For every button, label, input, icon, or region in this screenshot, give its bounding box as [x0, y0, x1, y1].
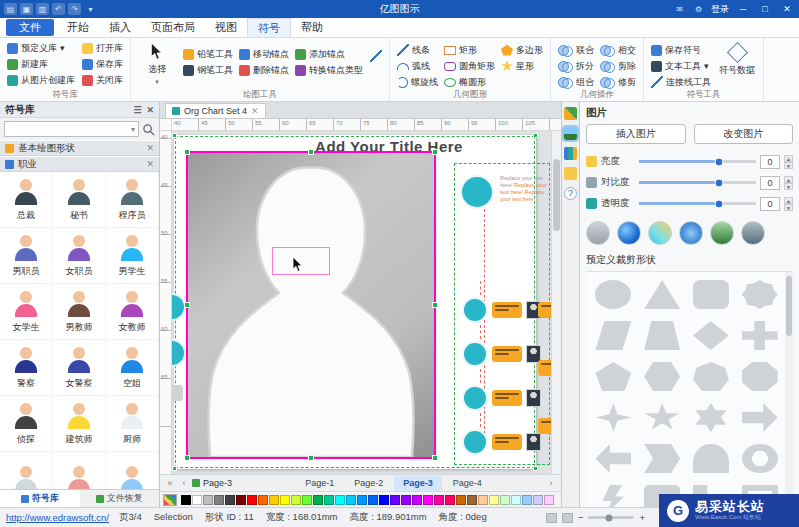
org-circle[interactable]: [462, 341, 488, 367]
trapezoid-crop-shape[interactable]: [644, 321, 680, 350]
color-swatch[interactable]: [313, 495, 323, 505]
panel-close-icon[interactable]: ✕: [146, 105, 154, 115]
org-unit[interactable]: [462, 383, 541, 413]
parallelogram-crop-shape[interactable]: [595, 321, 631, 350]
chevron-crop-shape[interactable]: [644, 444, 680, 473]
profession-item[interactable]: 男教师: [53, 284, 106, 340]
color-swatch[interactable]: [522, 495, 532, 505]
lightning-crop-shape[interactable]: [595, 485, 631, 507]
gallery-scrollbar[interactable]: [785, 272, 793, 507]
profession-item[interactable]: 厨师: [106, 396, 159, 452]
delete-anchor-button[interactable]: 删除锚点: [237, 62, 291, 78]
document-tab-close-icon[interactable]: ✕: [251, 106, 259, 116]
page-tab[interactable]: Page-1: [296, 476, 343, 491]
transparency-slider[interactable]: [639, 202, 756, 205]
bottom-tab-symbol-library[interactable]: 符号库: [0, 490, 80, 507]
half-circle-crop-shape[interactable]: [693, 444, 729, 473]
org-box[interactable]: [492, 390, 522, 406]
color-swatch[interactable]: [390, 495, 400, 505]
gear-icon[interactable]: ⚙: [692, 3, 705, 15]
more-colors-button[interactable]: [163, 494, 177, 506]
note-icon[interactable]: [564, 167, 577, 180]
clipart-icon[interactable]: [564, 107, 577, 120]
menu-icon[interactable]: ▤: [4, 3, 17, 15]
text-tool-button[interactable]: 文本工具▾: [649, 58, 713, 74]
transparency-value[interactable]: 0: [760, 197, 780, 211]
insert-picture-button[interactable]: 插入图片: [586, 124, 686, 144]
gallery-scroll-thumb[interactable]: [786, 276, 792, 336]
section-basic-shapes[interactable]: 基本绘图形状 ✕: [0, 140, 159, 156]
org-box[interactable]: [492, 434, 522, 450]
color-swatch[interactable]: [478, 495, 488, 505]
resize-handle[interactable]: [432, 302, 438, 308]
page-tab[interactable]: Page-4: [444, 476, 491, 491]
color-swatch[interactable]: [500, 495, 510, 505]
selected-image[interactable]: [186, 151, 436, 459]
color-swatch[interactable]: [324, 495, 334, 505]
add-anchor-button[interactable]: 添加锚点: [293, 46, 365, 62]
page-handle[interactable]: [172, 133, 177, 138]
trim-button[interactable]: 修剪: [598, 74, 638, 90]
seal-crop-shape[interactable]: [742, 280, 778, 309]
profession-item[interactable]: 侦探: [0, 396, 53, 452]
color-swatch[interactable]: [302, 495, 312, 505]
color-swatch[interactable]: [489, 495, 499, 505]
city-thumbnail[interactable]: [741, 221, 765, 245]
next-page-icon[interactable]: ›: [545, 478, 557, 488]
profession-item[interactable]: [53, 452, 106, 489]
vertical-scrollbar[interactable]: [551, 131, 561, 474]
org-circle[interactable]: [462, 429, 488, 455]
resize-handle[interactable]: [432, 455, 438, 461]
mail-icon[interactable]: ✉: [673, 3, 686, 15]
subtract-button[interactable]: 剪除: [598, 58, 638, 74]
predefined-library-button[interactable]: 预定义库▾: [5, 40, 77, 56]
page-tab[interactable]: Page-2: [345, 476, 392, 491]
diamond-crop-shape[interactable]: [693, 321, 729, 350]
triangle-crop-shape[interactable]: [644, 280, 680, 309]
org-unit-clipped[interactable]: [538, 469, 551, 474]
profession-item[interactable]: 男学生: [106, 228, 159, 284]
brightness-slider[interactable]: [639, 160, 756, 163]
color-swatch[interactable]: [467, 495, 477, 505]
color-swatch[interactable]: [236, 495, 246, 505]
fragment-button[interactable]: 拆分: [556, 58, 596, 74]
prev-page-icon[interactable]: ‹: [178, 478, 190, 488]
line-draw-button[interactable]: [368, 48, 384, 64]
org-clipped-box[interactable]: [172, 385, 183, 401]
spiral-shape-button[interactable]: 螺旋线: [395, 74, 440, 90]
bottom-tab-file-recovery[interactable]: 文件恢复: [80, 490, 160, 507]
pentagon-crop-shape[interactable]: [595, 362, 631, 391]
tab-help[interactable]: 帮助: [291, 18, 333, 37]
select-tool-button[interactable]: 选择▾: [136, 40, 178, 86]
profession-item[interactable]: 女学生: [0, 284, 53, 340]
customize-quick-access-icon[interactable]: ▾: [84, 3, 97, 15]
profession-item[interactable]: 总裁: [0, 172, 53, 228]
color-swatch[interactable]: [456, 495, 466, 505]
arrow-right-crop-shape[interactable]: [742, 403, 778, 432]
color-swatch[interactable]: [445, 495, 455, 505]
blue-thumbnail[interactable]: [679, 221, 703, 245]
search-icon[interactable]: [142, 123, 155, 136]
paint-thumbnail[interactable]: [648, 221, 672, 245]
rounded-rect-crop-shape[interactable]: [693, 280, 729, 309]
org-unit-clipped[interactable]: [538, 295, 551, 325]
org-box[interactable]: [538, 418, 551, 434]
intersect-button[interactable]: 相交: [598, 42, 638, 58]
drawing-canvas[interactable]: Add Your Title Here Replace your text he…: [172, 131, 551, 474]
profession-item[interactable]: 空姐: [106, 340, 159, 396]
color-swatch[interactable]: [412, 495, 422, 505]
placeholder-text[interactable]: Replace your text here! Replace your tex…: [500, 175, 551, 203]
org-circle[interactable]: [462, 385, 488, 411]
profession-item[interactable]: 女警察: [53, 340, 106, 396]
trees-thumbnail[interactable]: [710, 221, 734, 245]
color-swatch[interactable]: [357, 495, 367, 505]
change-picture-button[interactable]: 改变图片: [694, 124, 794, 144]
tab-page-layout[interactable]: 页面布局: [141, 18, 205, 37]
star-shape-button[interactable]: 星形: [499, 58, 545, 74]
org-unit-clipped[interactable]: [538, 353, 551, 383]
close-library-button[interactable]: 关闭库: [80, 72, 125, 88]
arc-shape-button[interactable]: 弧线: [395, 58, 440, 74]
resize-handle[interactable]: [308, 149, 314, 155]
fullscreen-icon[interactable]: [562, 513, 573, 523]
slider-knob[interactable]: [714, 157, 723, 166]
